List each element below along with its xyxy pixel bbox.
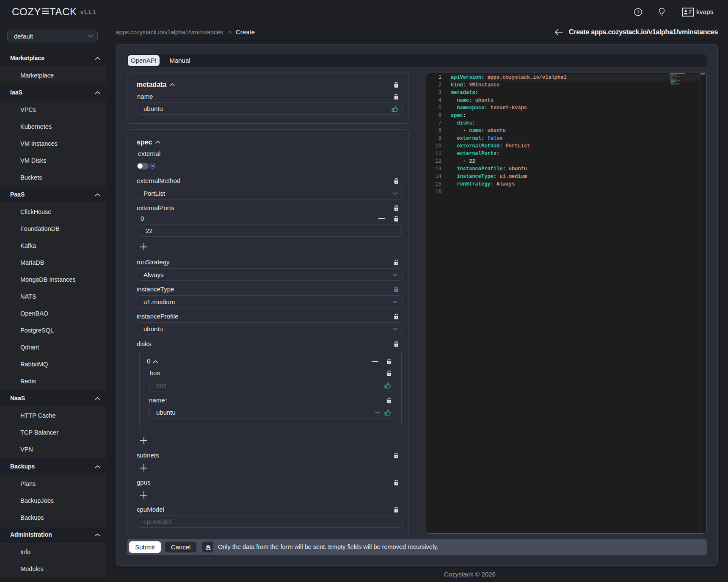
svg-text:?: ? bbox=[637, 10, 639, 15]
